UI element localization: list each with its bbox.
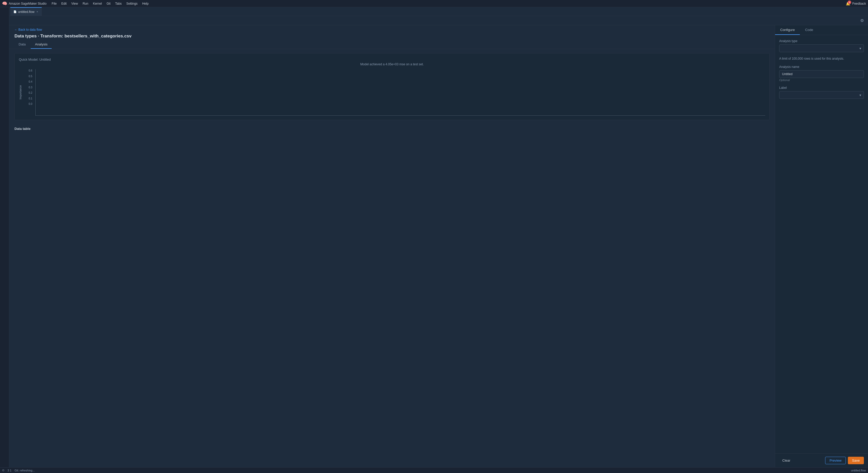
data-table-title: Data table [14,124,770,131]
menu-item-view[interactable]: View [69,1,80,6]
menu-item-git[interactable]: Git [104,1,113,6]
menu-item-tabs[interactable]: Tabs [113,1,124,6]
app-logo: 🧠 Amazon SageMaker Studio [2,1,46,6]
back-to-flow-link[interactable]: ← Back to data flow [14,28,770,31]
y-axis-labels: 0.6 0.5 0.4 0.3 0.2 0.1 0.0 [25,69,32,116]
chart-title: Quick Model: Untitled [19,58,765,61]
panel-tabs: Configure Code [775,25,868,35]
notification-bell[interactable]: 🔔 4 [846,2,850,6]
hint-text: A limit of 100,000 rows is used for this… [779,56,864,61]
code-tab[interactable]: Code [800,25,818,35]
configure-tab[interactable]: Configure [775,25,800,35]
chart-area [35,69,765,116]
workspace: ← Back to data flow Data types · Transfo… [9,25,868,467]
analysis-type-select-wrapper [779,44,864,52]
chart-subtitle: Model achieved a 4.05e+03 mse on a test … [19,62,765,66]
git-status: Git: refreshing... [14,469,35,472]
clear-button[interactable]: Clear [779,457,794,464]
main-tab[interactable]: 📄 untitled.flow × [10,7,42,16]
tab-close-button[interactable]: × [36,10,38,14]
tab-bar: 📄 untitled.flow × [9,7,868,16]
status-bar: ⊙ 3 1 Git: refreshing... untitled.flow [0,467,868,473]
menu-items: FileEditViewRunKernelGitTabsSettingsHelp [50,1,846,6]
top-toolbar: ⚙ [9,16,868,25]
panel-footer: Clear Preview Save [775,453,868,467]
analysis-type-group: Analysis type [779,39,864,52]
chart-wrapper: Importance 0.6 0.5 0.4 0.3 0.2 0.1 0.0 [19,69,765,116]
label-select[interactable] [779,91,864,99]
label-label: Label [779,86,864,90]
analysis-name-label: Analysis name [779,65,864,69]
menu-item-help[interactable]: Help [140,1,151,6]
breadcrumb-area: ← Back to data flow Data types · Transfo… [9,25,775,40]
y-axis-label: Importance [19,85,22,99]
menu-item-file[interactable]: File [50,1,59,6]
analysis-tab[interactable]: Analysis [31,40,51,49]
data-table-section: Data table [9,124,775,467]
analysis-name-input[interactable] [779,70,864,78]
sub-tabs: Data Analysis [9,40,775,49]
status-count: 3 1 [7,469,11,472]
menu-item-settings[interactable]: Settings [124,1,140,6]
main-layout: 📄 untitled.flow × ⚙ ← Back to data flow … [0,7,868,467]
right-panel: Configure Code Analysis type A limit of … [775,25,868,467]
optional-hint: Optional [779,78,790,82]
tab-label: untitled.flow [18,10,34,14]
panel-content: Analysis type A limit of 100,000 rows is… [775,35,868,453]
label-group: Label [779,86,864,99]
menu-bar: 🧠 Amazon SageMaker Studio FileEditViewRu… [0,0,868,7]
bars-container [35,69,765,116]
save-button[interactable]: Save [848,457,864,464]
tab-icon: 📄 [13,10,17,13]
status-icon: ⊙ [2,469,4,472]
menu-item-run[interactable]: Run [81,1,90,6]
analysis-type-select[interactable] [779,44,864,52]
notification-badge: 4 [847,1,851,4]
label-select-wrapper [779,91,864,99]
settings-toolbar-icon[interactable]: ⚙ [860,18,864,23]
analysis-name-group: Analysis name Optional [779,65,864,82]
activity-bar [0,7,9,467]
chart-panel: Quick Model: Untitled Model achieved a 4… [9,49,775,124]
app-name: Amazon SageMaker Studio [9,2,46,5]
status-right: untitled.flow [851,469,866,472]
content-area: ⚙ ← Back to data flow Data types · Trans… [9,16,868,467]
chart-container: Quick Model: Untitled Model achieved a 4… [14,53,770,120]
right-side: 🔔 4 Feedback [846,2,866,6]
status-left: ⊙ 3 1 Git: refreshing... [2,469,35,472]
menu-item-kernel[interactable]: Kernel [91,1,104,6]
left-panel: ← Back to data flow Data types · Transfo… [9,25,775,467]
analysis-type-label: Analysis type [779,39,864,43]
preview-button[interactable]: Preview [825,457,846,464]
feedback-button[interactable]: Feedback [852,2,866,5]
menu-item-edit[interactable]: Edit [59,1,69,6]
data-tab[interactable]: Data [14,40,30,49]
page-title: Data types · Transform: bestsellers_with… [14,34,770,39]
